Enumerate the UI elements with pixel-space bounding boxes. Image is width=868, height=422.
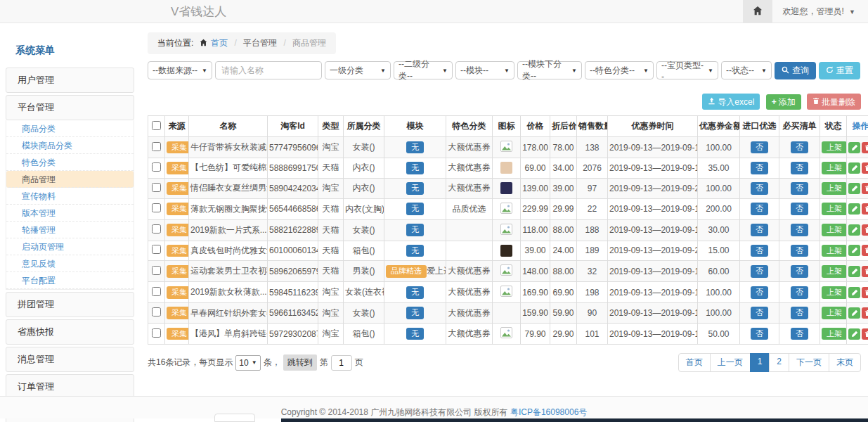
status-toggle[interactable]: 上架 [822, 141, 847, 154]
status-toggle[interactable]: 上架 [822, 182, 847, 195]
row-checkbox[interactable] [152, 224, 161, 234]
delete-button[interactable] [862, 203, 868, 215]
import-select-toggle[interactable]: 否 [751, 162, 768, 174]
filter-select-2[interactable]: 一级分类▼ [325, 61, 391, 79]
sidebar-link-启动页管理[interactable]: 启动页管理 [6, 238, 134, 255]
status-toggle[interactable]: 上架 [822, 224, 847, 236]
sidebar-link-特色分类[interactable]: 特色分类 [6, 154, 134, 171]
delete-button[interactable] [862, 142, 868, 153]
must-buy-toggle[interactable]: 否 [791, 307, 808, 319]
must-buy-toggle[interactable]: 否 [791, 162, 808, 174]
edit-button[interactable] [848, 224, 860, 236]
delete-button[interactable] [862, 266, 868, 277]
must-buy-toggle[interactable]: 否 [791, 328, 808, 340]
sidebar-item-消息管理[interactable]: 消息管理 [6, 347, 134, 372]
page-number-input[interactable] [331, 355, 352, 371]
page-link-2[interactable]: 2 [769, 353, 789, 372]
status-toggle[interactable]: 上架 [822, 307, 847, 319]
sidebar-link-轮播管理[interactable]: 轮播管理 [6, 222, 134, 238]
status-toggle[interactable]: 上架 [822, 328, 847, 340]
delete-button[interactable] [862, 328, 868, 340]
delete-button[interactable] [862, 183, 868, 194]
status-toggle[interactable]: 上架 [822, 265, 847, 278]
row-checkbox[interactable] [152, 266, 161, 275]
reset-button[interactable]: 重置 [819, 62, 860, 79]
filter-select-8[interactable]: --状态--▼ [721, 61, 772, 79]
filter-select-5[interactable]: --模块下分类--▼ [517, 61, 582, 79]
sidebar-link-宣传物料[interactable]: 宣传物料 [6, 188, 134, 205]
sidebar-item-拼团管理[interactable]: 拼团管理 [6, 292, 134, 317]
jump-button[interactable]: 跳转到 [283, 354, 317, 371]
row-checkbox[interactable] [152, 142, 161, 151]
sidebar-link-商品管理[interactable]: 商品管理 [6, 171, 134, 188]
home-button[interactable] [743, 0, 772, 23]
must-buy-toggle[interactable]: 否 [791, 224, 808, 236]
edit-button[interactable] [848, 162, 860, 174]
breadcrumb-platform[interactable]: 平台管理 [243, 38, 277, 48]
per-page-select[interactable]: 10 ▼ [235, 355, 260, 371]
edit-button[interactable] [848, 142, 860, 153]
import-select-toggle[interactable]: 否 [751, 203, 768, 215]
sidebar-link-平台配置[interactable]: 平台配置 [6, 272, 134, 289]
status-toggle[interactable]: 上架 [822, 245, 847, 257]
edit-button[interactable] [848, 328, 860, 340]
import-select-toggle[interactable]: 否 [751, 245, 768, 257]
name-search-input[interactable] [215, 61, 322, 79]
filter-select-7[interactable]: --宝贝类型--▼ [656, 61, 718, 79]
row-checkbox[interactable] [152, 183, 161, 192]
row-checkbox[interactable] [152, 162, 161, 172]
page-link-末页[interactable]: 末页 [829, 353, 861, 372]
delete-button[interactable] [862, 287, 868, 298]
sidebar-link-模块商品分类[interactable]: 模块商品分类 [6, 137, 134, 154]
edit-button[interactable] [848, 266, 860, 277]
import-select-toggle[interactable]: 否 [751, 307, 768, 319]
row-checkbox[interactable] [152, 245, 161, 254]
row-checkbox[interactable] [152, 307, 161, 316]
edit-button[interactable] [848, 203, 860, 215]
edit-button[interactable] [848, 287, 860, 298]
edit-button[interactable] [848, 183, 860, 194]
row-checkbox[interactable] [152, 328, 161, 338]
sidebar-link-版本管理[interactable]: 版本管理 [6, 205, 134, 222]
must-buy-toggle[interactable]: 否 [791, 245, 808, 257]
must-buy-toggle[interactable]: 否 [791, 286, 808, 299]
batch-delete-button[interactable]: 批量删除 [807, 94, 861, 110]
delete-button[interactable] [862, 307, 868, 319]
row-checkbox[interactable] [152, 203, 161, 212]
breadcrumb-home[interactable]: 首页 [211, 38, 228, 48]
import-select-toggle[interactable]: 否 [751, 182, 768, 195]
select-all-checkbox[interactable] [152, 121, 161, 130]
import-select-toggle[interactable]: 否 [751, 265, 768, 278]
must-buy-toggle[interactable]: 否 [791, 141, 808, 154]
import-excel-button[interactable]: 导入excel [702, 94, 760, 110]
sidebar-item-用户管理[interactable]: 用户管理 [6, 68, 134, 93]
delete-button[interactable] [862, 224, 868, 236]
edit-button[interactable] [848, 245, 860, 256]
delete-button[interactable] [862, 245, 868, 256]
import-select-toggle[interactable]: 否 [751, 328, 768, 340]
sidebar-item-平台管理[interactable]: 平台管理 [6, 95, 134, 120]
user-menu[interactable]: 欢迎您，管理员! ▼ [772, 6, 868, 18]
page-link-下一页[interactable]: 下一页 [789, 353, 829, 372]
import-select-toggle[interactable]: 否 [751, 224, 768, 236]
row-checkbox[interactable] [152, 287, 161, 296]
filter-select-0[interactable]: --数据来源--▼ [148, 61, 212, 79]
page-link-上一页[interactable]: 上一页 [710, 353, 751, 372]
filter-select-4[interactable]: --模块--▼ [455, 61, 514, 79]
edit-button[interactable] [848, 307, 860, 319]
must-buy-toggle[interactable]: 否 [791, 182, 808, 195]
must-buy-toggle[interactable]: 否 [791, 203, 808, 215]
page-link-首页[interactable]: 首页 [678, 353, 711, 372]
sidebar-item-省惠快报[interactable]: 省惠快报 [6, 319, 134, 345]
must-buy-toggle[interactable]: 否 [791, 265, 808, 278]
import-select-toggle[interactable]: 否 [751, 286, 768, 299]
add-button[interactable]: + 添加 [766, 94, 801, 110]
filter-select-3[interactable]: --二级分类--▼ [394, 61, 453, 79]
icp-link[interactable]: 粤ICP备16098006号 [510, 407, 587, 417]
filter-select-6[interactable]: --特色分类--▼ [585, 61, 654, 79]
sidebar-link-商品分类[interactable]: 商品分类 [6, 120, 134, 137]
sidebar-link-意见反馈[interactable]: 意见反馈 [6, 255, 134, 272]
delete-button[interactable] [862, 162, 868, 174]
page-link-1[interactable]: 1 [750, 353, 770, 372]
status-toggle[interactable]: 上架 [822, 286, 847, 299]
